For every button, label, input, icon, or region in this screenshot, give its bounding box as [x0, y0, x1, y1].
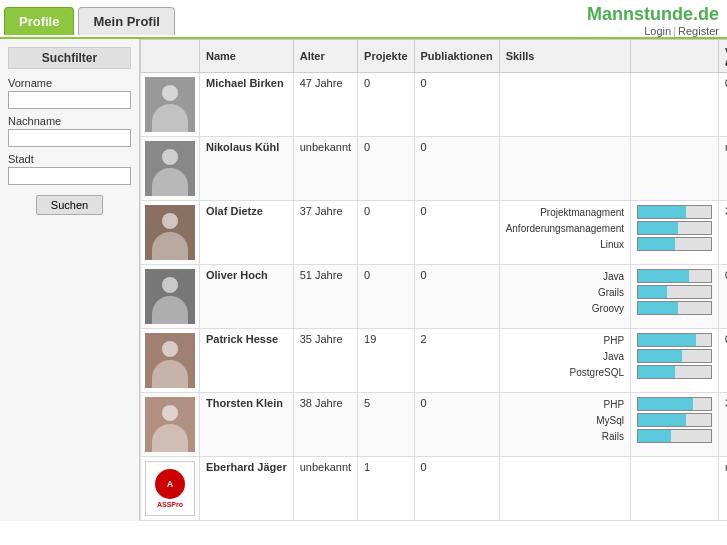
search-button[interactable]: Suchen [36, 195, 103, 215]
alter-cell: 37 Jahre [293, 201, 357, 265]
alter-cell: 38 Jahre [293, 393, 357, 457]
profiles-table: Name Alter Projekte Publiaktionen Skills… [140, 39, 727, 521]
table-row: Thorsten Klein38 Jahre50PHPMySqlRails31.… [141, 393, 728, 457]
alter-cell: 51 Jahre [293, 265, 357, 329]
skills-names-cell [499, 457, 630, 521]
skills-names-cell: ProjektmanagmentAnforderungsmanagementLi… [499, 201, 630, 265]
avatar-cell [141, 265, 200, 329]
name-cell: Eberhard Jäger [200, 457, 294, 521]
skills-names-cell [499, 137, 630, 201]
table-row: Michael Birken47 Jahre0001.07.2008Mülhei… [141, 73, 728, 137]
tab-mein-profil[interactable]: Mein Profil [78, 7, 174, 35]
register-link[interactable]: Register [678, 25, 719, 37]
publiaktionen-cell: 2 [414, 329, 499, 393]
sidebar-title: Suchfilter [8, 47, 131, 69]
projekte-cell: 0 [358, 265, 414, 329]
col-publiaktionen: Publiaktionen [414, 40, 499, 73]
stadt-label: Stadt [8, 153, 131, 165]
skills-bars-cell [631, 73, 719, 137]
publiaktionen-cell: 0 [414, 201, 499, 265]
skills-bars-cell [631, 137, 719, 201]
table-row: Nikolaus Kühlunbekannt00unbekanntunbekan… [141, 137, 728, 201]
col-name: Name [200, 40, 294, 73]
skills-bars-cell [631, 457, 719, 521]
projekte-cell: 19 [358, 329, 414, 393]
col-avatar [141, 40, 200, 73]
top-bar: Profile Mein Profil Mannstunde.de Login|… [0, 0, 727, 37]
verfuegbar-cell: unbekannt [719, 137, 727, 201]
name-cell: Oliver Hoch [200, 265, 294, 329]
skills-bars-cell [631, 393, 719, 457]
skills-bars-cell [631, 329, 719, 393]
col-projekte: Projekte [358, 40, 414, 73]
stadt-input[interactable] [8, 167, 131, 185]
top-right: Mannstunde.de Login|Register [587, 4, 719, 37]
verfuegbar-cell: 31.08.2008 [719, 393, 727, 457]
table-header-row: Name Alter Projekte Publiaktionen Skills… [141, 40, 728, 73]
avatar-cell [141, 393, 200, 457]
col-skillbars [631, 40, 719, 73]
name-cell: Olaf Dietze [200, 201, 294, 265]
sidebar: Suchfilter Vorname Nachname Stadt Suchen [0, 39, 140, 521]
publiaktionen-cell: 0 [414, 137, 499, 201]
projekte-cell: 0 [358, 201, 414, 265]
alter-cell: 47 Jahre [293, 73, 357, 137]
skills-bars-cell [631, 201, 719, 265]
avatar-cell [141, 329, 200, 393]
publiaktionen-cell: 0 [414, 393, 499, 457]
name-cell: Michael Birken [200, 73, 294, 137]
table-area: Name Alter Projekte Publiaktionen Skills… [140, 39, 727, 521]
verfuegbar-cell: 30.01.2008 [719, 201, 727, 265]
avatar-cell [141, 73, 200, 137]
vorname-input[interactable] [8, 91, 131, 109]
alter-cell: 35 Jahre [293, 329, 357, 393]
name-cell: Thorsten Klein [200, 393, 294, 457]
name-cell: Patrick Hesse [200, 329, 294, 393]
avatar-cell [141, 201, 200, 265]
table-row: Olaf Dietze37 Jahre00ProjektmanagmentAnf… [141, 201, 728, 265]
verfuegbar-cell: 01.02.2008 [719, 329, 727, 393]
vorname-label: Vorname [8, 77, 131, 89]
tab-profile[interactable]: Profile [4, 7, 74, 35]
main-content: Suchfilter Vorname Nachname Stadt Suchen… [0, 37, 727, 521]
alter-cell: unbekannt [293, 137, 357, 201]
nachname-input[interactable] [8, 129, 131, 147]
table-row: A ASSPro Eberhard Jägerunbekannt10unbeka… [141, 457, 728, 521]
verfuegbar-cell: 01.07.2008 [719, 73, 727, 137]
avatar-cell: A ASSPro [141, 457, 200, 521]
skills-names-cell: PHPMySqlRails [499, 393, 630, 457]
alter-cell: unbekannt [293, 457, 357, 521]
table-row: Patrick Hesse35 Jahre192PHPJavaPostgreSQ… [141, 329, 728, 393]
nachname-label: Nachname [8, 115, 131, 127]
tabs: Profile Mein Profil [4, 7, 175, 35]
publiaktionen-cell: 0 [414, 457, 499, 521]
projekte-cell: 1 [358, 457, 414, 521]
skills-names-cell [499, 73, 630, 137]
publiaktionen-cell: 0 [414, 73, 499, 137]
projekte-cell: 0 [358, 73, 414, 137]
col-verfuegbar: verfügbarab [719, 40, 727, 73]
verfuegbar-cell: 01.05.2008 [719, 265, 727, 329]
verfuegbar-cell: unbekannt [719, 457, 727, 521]
projekte-cell: 5 [358, 393, 414, 457]
table-row: Oliver Hoch51 Jahre00JavaGrailsGroovy01.… [141, 265, 728, 329]
publiaktionen-cell: 0 [414, 265, 499, 329]
col-skills: Skills [499, 40, 630, 73]
name-cell: Nikolaus Kühl [200, 137, 294, 201]
login-link[interactable]: Login [644, 25, 671, 37]
skills-bars-cell [631, 265, 719, 329]
skills-names-cell: JavaGrailsGroovy [499, 265, 630, 329]
projekte-cell: 0 [358, 137, 414, 201]
site-links: Login|Register [587, 25, 719, 37]
skills-names-cell: PHPJavaPostgreSQL [499, 329, 630, 393]
col-alter: Alter [293, 40, 357, 73]
avatar-cell [141, 137, 200, 201]
site-name: Mannstunde.de [587, 4, 719, 25]
